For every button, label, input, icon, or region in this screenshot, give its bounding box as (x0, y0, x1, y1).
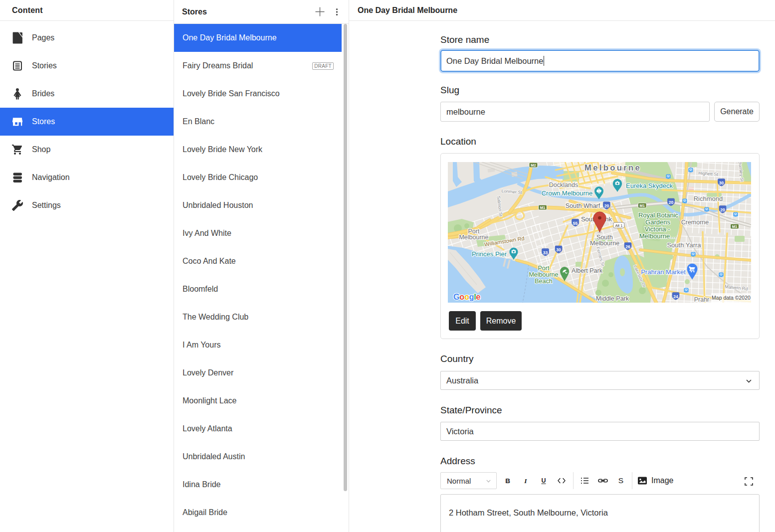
svg-text:Albert Park: Albert Park (572, 267, 603, 274)
svg-text:Beach: Beach (535, 278, 552, 285)
svg-text:20: 20 (720, 207, 725, 212)
svg-text:Eureka Skydeck: Eureka Skydeck (626, 182, 673, 189)
svg-text:Melbourne: Melbourne (590, 240, 619, 247)
svg-text:Royal Botanic: Royal Botanic (638, 211, 679, 219)
svg-text:55: 55 (573, 221, 578, 226)
svg-text:Crown Melbourne: Crown Melbourne (542, 189, 593, 197)
svg-text:M1: M1 (540, 205, 545, 210)
svg-text:33: 33 (543, 250, 548, 255)
svg-text:Melbourne: Melbourne (529, 271, 558, 278)
svg-text:Richmond: Richmond (694, 195, 723, 202)
svg-text:M1: M1 (639, 203, 644, 208)
svg-text:Port: Port (538, 265, 550, 272)
svg-text:26: 26 (625, 244, 630, 249)
svg-text:30: 30 (556, 247, 561, 252)
svg-text:South Yarra: South Yarra (667, 241, 701, 249)
svg-text:U: U (541, 477, 546, 484)
svg-text:B: B (505, 477, 510, 485)
svg-text:24: 24 (673, 294, 678, 299)
svg-text:I: I (524, 477, 527, 485)
svg-text:Cremorne: Cremorne (681, 219, 709, 226)
svg-text:South Wharf: South Wharf (566, 202, 600, 209)
svg-text:20: 20 (604, 203, 609, 208)
svg-text:S: S (618, 476, 623, 485)
svg-text:Alt 1: Alt 1 (615, 223, 622, 228)
svg-text:Google: Google (453, 292, 480, 301)
svg-text:Prahran Market: Prahran Market (641, 268, 686, 276)
svg-text:M2: M2 (531, 163, 536, 168)
svg-text:Melbourne…: Melbourne… (639, 232, 676, 240)
svg-text:Docklands: Docklands (549, 181, 578, 188)
svg-text:30: 30 (719, 180, 724, 185)
svg-text:Prahr: Prahr (694, 296, 710, 303)
svg-text:Melbourne: Melbourne (459, 234, 488, 241)
svg-text:Gardens: Gardens (645, 218, 670, 226)
svg-text:Middle Park: Middle Park (596, 295, 629, 302)
svg-text:Map data ©2020: Map data ©2020 (712, 295, 751, 301)
svg-text:20: 20 (669, 200, 674, 205)
svg-text:Princes Pier: Princes Pier (472, 250, 507, 258)
svg-text:M1: M1 (732, 224, 737, 229)
svg-text:Melbourne: Melbourne (584, 163, 641, 172)
